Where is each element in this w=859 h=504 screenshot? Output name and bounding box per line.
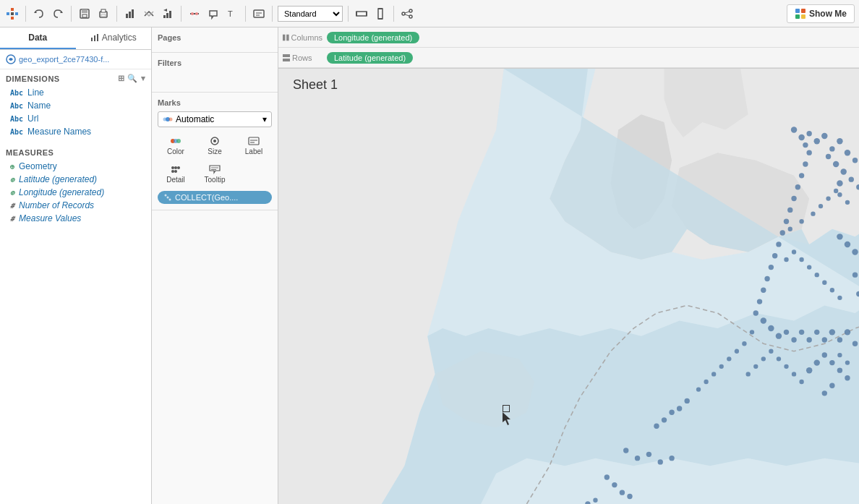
svg-point-94 bbox=[787, 208, 792, 213]
shelves: Columns Longitude (generated) Rows Latit… bbox=[278, 27, 859, 69]
svg-point-86 bbox=[849, 176, 854, 181]
svg-point-76 bbox=[821, 133, 827, 139]
svg-rect-3 bbox=[15, 12, 18, 15]
field-num-records[interactable]: # Number of Records bbox=[0, 199, 151, 212]
color-label: Color bbox=[167, 148, 184, 155]
svg-point-74 bbox=[814, 138, 820, 144]
toolbar: T Standard Show Me bbox=[0, 0, 859, 27]
fit-width-button[interactable] bbox=[354, 6, 369, 22]
columns-pill[interactable]: Longitude (generated) bbox=[327, 32, 419, 43]
svg-rect-15 bbox=[132, 9, 134, 18]
svg-point-60 bbox=[174, 170, 177, 173]
svg-rect-39 bbox=[795, 14, 800, 19]
svg-point-96 bbox=[780, 230, 785, 235]
layout-selector[interactable]: Standard bbox=[278, 6, 343, 22]
svg-point-161 bbox=[806, 367, 812, 373]
rows-icon bbox=[283, 54, 290, 61]
field-url[interactable]: Abc Url bbox=[0, 112, 151, 125]
svg-point-143 bbox=[662, 417, 667, 422]
field-line[interactable]: Abc Line bbox=[0, 86, 151, 99]
field-longitude[interactable]: ⊕ Longitude (generated) bbox=[0, 186, 151, 199]
size-label: Size bbox=[208, 148, 221, 155]
svg-rect-38 bbox=[801, 9, 805, 13]
map-area[interactable] bbox=[278, 69, 859, 504]
svg-point-149 bbox=[669, 456, 674, 461]
columns-icon bbox=[283, 34, 289, 41]
swap-button[interactable] bbox=[141, 6, 157, 22]
svg-point-170 bbox=[761, 356, 766, 361]
svg-rect-18 bbox=[169, 11, 171, 18]
svg-point-128 bbox=[822, 337, 827, 342]
label-button[interactable]: T bbox=[224, 6, 240, 22]
marks-section: Marks Automatic ▾ bbox=[152, 93, 278, 210]
field-label-line: Line bbox=[27, 87, 44, 98]
marks-type-dropdown[interactable]: Automatic ▾ bbox=[158, 111, 272, 127]
svg-point-153 bbox=[627, 494, 632, 499]
svg-point-98 bbox=[788, 227, 792, 231]
svg-point-103 bbox=[834, 189, 838, 193]
svg-point-127 bbox=[814, 330, 819, 335]
svg-rect-69 bbox=[283, 59, 290, 61]
share-button[interactable] bbox=[399, 6, 415, 22]
dimensions-grid-icon[interactable]: ⊞ bbox=[118, 74, 125, 83]
caption-button[interactable] bbox=[251, 6, 267, 22]
save-button[interactable] bbox=[77, 6, 93, 22]
field-geometry[interactable]: ⊕ Geometry bbox=[0, 160, 151, 173]
collect-label: COLLECT(Geo.... bbox=[175, 193, 238, 202]
dimensions-label: Dimensions bbox=[6, 74, 60, 83]
svg-line-35 bbox=[405, 12, 409, 13]
svg-rect-68 bbox=[283, 54, 290, 57]
svg-point-144 bbox=[654, 424, 659, 429]
svg-point-146 bbox=[635, 456, 640, 461]
dropdown-chevron: ▾ bbox=[262, 114, 267, 124]
marks-label-button[interactable]: Label bbox=[236, 133, 272, 158]
svg-point-89 bbox=[806, 150, 811, 155]
svg-point-169 bbox=[769, 349, 773, 354]
sep1 bbox=[25, 6, 26, 22]
field-measure-values[interactable]: # Measure Values bbox=[0, 212, 151, 225]
show-me-button[interactable]: Show Me bbox=[787, 4, 855, 23]
tab-analytics[interactable]: Analytics bbox=[76, 27, 152, 49]
sort-asc-button[interactable] bbox=[160, 6, 176, 22]
collect-pill[interactable]: COLLECT(Geo.... bbox=[158, 191, 272, 204]
fit-height-button[interactable] bbox=[372, 6, 388, 22]
field-name[interactable]: Abc Name bbox=[0, 99, 151, 112]
svg-point-77 bbox=[829, 146, 834, 151]
svg-point-176 bbox=[799, 380, 803, 384]
field-label-numrec: Number of Records bbox=[19, 200, 94, 210]
dimensions-chevron-icon[interactable]: ▾ bbox=[141, 74, 146, 83]
tab-data[interactable]: Data bbox=[0, 27, 76, 49]
rows-label: Rows bbox=[283, 54, 322, 62]
svg-point-95 bbox=[784, 219, 789, 224]
svg-point-72 bbox=[798, 134, 804, 140]
pages-section: Pages bbox=[152, 27, 278, 53]
marks-tooltip-button[interactable]: Tooltip bbox=[197, 161, 233, 187]
svg-point-165 bbox=[837, 367, 842, 372]
undo-button[interactable] bbox=[31, 6, 47, 22]
svg-point-111 bbox=[753, 310, 758, 315]
svg-point-178 bbox=[845, 242, 850, 247]
tableau-icon[interactable] bbox=[4, 6, 20, 22]
highlight-button[interactable] bbox=[187, 6, 202, 22]
marks-color-button[interactable]: Color bbox=[158, 133, 194, 158]
data-source[interactable]: geo_export_2ce77430-f... bbox=[0, 50, 151, 69]
svg-point-179 bbox=[852, 249, 858, 255]
svg-point-168 bbox=[822, 390, 827, 396]
bar-chart-button[interactable] bbox=[122, 6, 138, 22]
tooltip-label: Tooltip bbox=[205, 176, 226, 184]
dimensions-search-icon[interactable]: 🔍 bbox=[127, 74, 138, 83]
svg-point-100 bbox=[811, 211, 815, 215]
print-button[interactable] bbox=[95, 6, 111, 22]
marks-size-button[interactable]: Size bbox=[197, 133, 233, 158]
svg-rect-11 bbox=[101, 9, 106, 12]
svg-rect-12 bbox=[101, 14, 106, 17]
redo-button[interactable] bbox=[50, 6, 66, 22]
marks-detail-button[interactable]: Detail bbox=[158, 161, 194, 187]
rows-pill[interactable]: Latitude (generated) bbox=[327, 52, 413, 64]
svg-point-160 bbox=[845, 360, 850, 364]
show-me-label: Show Me bbox=[809, 9, 847, 19]
field-measure-names[interactable]: Abc Measure Names bbox=[0, 125, 151, 138]
annotation-button[interactable] bbox=[205, 6, 221, 22]
field-latitude[interactable]: ⊕ Latitude (generated) bbox=[0, 173, 151, 186]
svg-point-118 bbox=[830, 288, 834, 292]
